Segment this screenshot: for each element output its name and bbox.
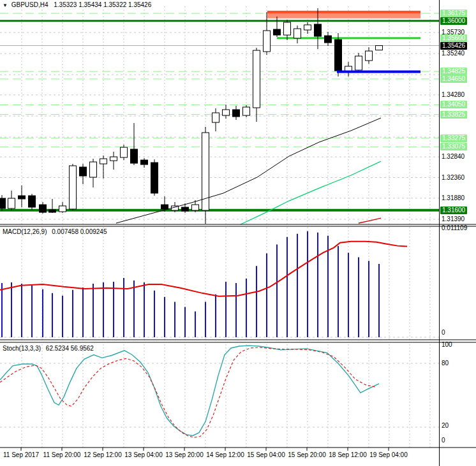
price-label-1.34650: 1.34650 xyxy=(440,75,467,83)
price-label-1.34050: 1.34050 xyxy=(440,101,467,108)
symbol-period: GBPUSD,H4 xyxy=(11,1,48,8)
candle-body xyxy=(376,46,383,50)
candle-body xyxy=(335,40,342,71)
macd-name: MACD(12,26,9) xyxy=(3,228,47,235)
candle-body xyxy=(100,159,107,164)
candle-body xyxy=(90,162,97,177)
macd-indicator-label: MACD(12,26,9) 0.007458 0.009245 xyxy=(3,228,107,235)
date-label: 13 Sep 04:00 xyxy=(124,451,163,458)
indicator-axis-label: 0 xyxy=(442,437,445,444)
indicator-axis-label: 100 xyxy=(442,341,452,349)
indicator-axis-label: 80 xyxy=(442,360,449,367)
stoch-values: 62.5234 56.9562 xyxy=(46,345,94,352)
candle-body xyxy=(315,24,322,36)
candle-body xyxy=(80,167,87,176)
candle-body xyxy=(274,29,281,35)
candle-body xyxy=(121,147,128,157)
candle-body xyxy=(366,51,373,61)
candle-body xyxy=(8,198,15,208)
price-label-1.33825: 1.33825 xyxy=(440,111,467,119)
date-label: 15 Sep 20:00 xyxy=(288,451,326,458)
date-label: 11 Sep 2017 xyxy=(3,451,39,458)
candle-body xyxy=(19,196,26,199)
ohlc-values: 1.35323 1.35434 1.35322 1.35426 xyxy=(54,1,151,8)
macd-signal-line xyxy=(0,242,407,296)
candle-body xyxy=(151,163,158,193)
candle-body xyxy=(284,22,291,35)
candle-body xyxy=(110,157,117,161)
candle-body xyxy=(294,29,301,38)
price-label-1.32360: 1.32360 xyxy=(442,174,465,182)
indicator-axis-label: 0.011109 xyxy=(442,224,467,232)
price-label-1.35240: 1.35240 xyxy=(442,50,465,57)
date-label: 14 Sep 12:00 xyxy=(206,451,244,458)
date-label: 11 Sep 20:00 xyxy=(43,451,81,458)
indicator-axis-label: 20 xyxy=(442,422,449,430)
price-label-1.32840: 1.32840 xyxy=(442,153,465,161)
candle-body xyxy=(70,166,77,209)
stoch-k-line xyxy=(0,346,379,435)
candle-body xyxy=(0,198,6,208)
date-label: 12 Sep 12:00 xyxy=(84,451,122,458)
candle-body xyxy=(49,210,56,212)
candle-body xyxy=(243,107,250,115)
candle-body xyxy=(182,207,189,211)
price-label-1.31390: 1.31390 xyxy=(442,215,465,223)
macd-values: 0.007458 0.009245 xyxy=(52,228,107,235)
candle-body xyxy=(253,50,260,108)
stoch-d-line xyxy=(0,347,376,437)
symbol-dropdown-icon[interactable]: ▼ xyxy=(3,3,8,8)
resistance-band-edge xyxy=(267,11,420,13)
price-label-1.33075: 1.33075 xyxy=(440,143,467,150)
price-label-1.34825: 1.34825 xyxy=(440,68,467,75)
candle-body xyxy=(304,25,311,30)
price-label-1.35600: 1.35600 xyxy=(440,34,467,42)
price-label-1.34280: 1.34280 xyxy=(442,91,465,99)
candle-body xyxy=(40,205,47,212)
candle-body xyxy=(223,110,230,115)
candle-body xyxy=(192,205,199,210)
candle-body xyxy=(29,196,36,207)
candle-body xyxy=(131,149,138,163)
ma-line-red xyxy=(359,218,381,223)
date-label: 18 Sep 12:00 xyxy=(329,451,367,458)
candle-body xyxy=(355,56,362,70)
chart-window: ▼ GBPUSD,H4 1.35323 1.35434 1.35322 1.35… xyxy=(0,0,476,466)
date-label: 15 Sep 04:00 xyxy=(247,451,285,458)
candle-body xyxy=(325,36,332,43)
candle-body xyxy=(264,31,271,52)
ma-line-green xyxy=(241,161,381,224)
candle-body xyxy=(59,206,66,212)
price-label-1.33275: 1.33275 xyxy=(440,135,467,142)
candle-body xyxy=(141,160,148,164)
price-label-1.36000: 1.36000 xyxy=(440,17,467,25)
price-label-1.36175: 1.36175 xyxy=(440,10,467,17)
candle-body xyxy=(233,110,240,117)
price-label-1.31600: 1.31600 xyxy=(440,207,467,214)
stoch-name: Stoch(13,3,3) xyxy=(3,345,41,352)
date-label: 13 Sep 20:00 xyxy=(165,451,204,458)
date-label: 19 Sep 04:00 xyxy=(369,451,408,458)
stoch-indicator-label: Stoch(13,3,3) 62.5234 56.9562 xyxy=(3,345,94,352)
chart-title: ▼ GBPUSD,H4 1.35323 1.35434 1.35322 1.35… xyxy=(3,1,151,8)
candle-body xyxy=(161,205,168,209)
indicator-axis-label: 0 xyxy=(442,329,445,337)
price-label-1.35426: 1.35426 xyxy=(440,42,467,50)
candles-group xyxy=(0,8,383,224)
price-label-1.31880: 1.31880 xyxy=(442,194,465,202)
candle-body xyxy=(212,113,219,122)
